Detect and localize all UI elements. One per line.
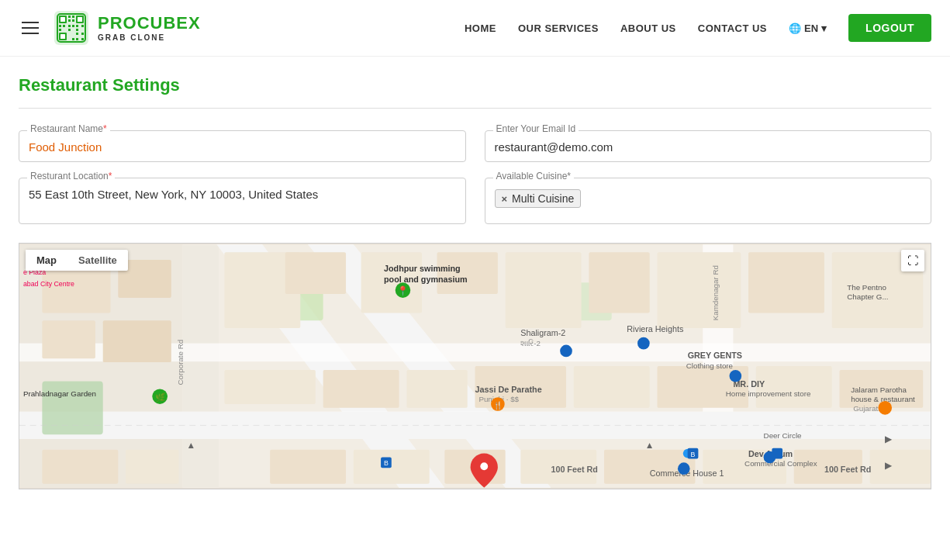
main-content: Restaurant Settings Restaurant Name* Ent… xyxy=(0,57,950,489)
svg-rect-20 xyxy=(76,29,78,31)
svg-text:GREY GENTS: GREY GENTS xyxy=(688,351,742,360)
map-tab-satellite[interactable]: Satellite xyxy=(67,250,128,271)
map-fullscreen-button[interactable]: ⛶ xyxy=(901,250,924,271)
svg-rect-22 xyxy=(81,33,84,35)
svg-rect-51 xyxy=(589,252,649,313)
map-controls: Map Satellite xyxy=(26,250,128,271)
svg-point-105 xyxy=(730,370,742,382)
svg-point-104 xyxy=(637,337,650,350)
nav-home[interactable]: HOME xyxy=(465,22,496,34)
svg-rect-9 xyxy=(72,16,74,18)
restaurant-name-input[interactable] xyxy=(29,137,456,155)
svg-rect-45 xyxy=(103,320,171,362)
svg-point-106 xyxy=(678,462,690,475)
page-title: Restaurant Settings xyxy=(19,75,931,95)
svg-rect-5 xyxy=(78,17,82,22)
svg-text:Jalaram Parotha: Jalaram Parotha xyxy=(851,385,907,394)
logo-icon xyxy=(51,8,92,48)
lang-label: EN xyxy=(804,22,818,34)
svg-rect-53 xyxy=(748,252,824,313)
chevron-down-icon: ▾ xyxy=(821,22,827,34)
svg-text:▶: ▶ xyxy=(885,434,893,444)
main-nav: HOME OUR SERVICES ABOUT US CONTACT US 🌐 … xyxy=(465,14,931,42)
restaurant-settings-form: Restaurant Name* Enter Your Email Id Res… xyxy=(19,130,931,224)
location-label: Resturant Location* xyxy=(27,171,115,181)
logo-text: PROCUBEX GRAB CLONE xyxy=(98,14,201,41)
nav-our-services[interactable]: OUR SERVICES xyxy=(518,22,599,34)
svg-rect-65 xyxy=(270,450,346,484)
svg-rect-14 xyxy=(59,29,61,31)
svg-rect-25 xyxy=(81,38,84,40)
location-field: Resturant Location* xyxy=(19,178,466,224)
svg-rect-50 xyxy=(506,252,582,328)
svg-text:B: B xyxy=(384,459,389,467)
svg-text:Gujarati: Gujarati xyxy=(853,404,879,413)
svg-text:Shaligram-2: Shaligram-2 xyxy=(520,328,565,337)
svg-rect-17 xyxy=(76,25,78,27)
logout-button[interactable]: LOGOUT xyxy=(848,14,931,42)
svg-rect-66 xyxy=(354,450,430,484)
svg-point-115 xyxy=(480,462,488,470)
globe-icon: 🌐 xyxy=(789,22,801,34)
svg-rect-8 xyxy=(68,16,71,18)
svg-text:શારિ-2: શારિ-2 xyxy=(520,339,541,347)
svg-text:abad City Centre: abad City Centre xyxy=(23,280,74,288)
svg-rect-44 xyxy=(42,320,95,358)
cuisine-field: Available Cuisine* × Multi Cuisine xyxy=(485,178,932,224)
header: PROCUBEX GRAB CLONE HOME OUR SERVICES AB… xyxy=(0,0,950,57)
logo-title: PROCUBEX xyxy=(98,14,201,33)
svg-rect-52 xyxy=(658,252,741,328)
svg-rect-47 xyxy=(285,252,346,294)
svg-text:Home improvement store: Home improvement store xyxy=(726,389,811,398)
location-input[interactable] xyxy=(29,185,456,202)
nav-about-us[interactable]: ABOUT US xyxy=(620,22,676,34)
svg-rect-3 xyxy=(60,17,65,22)
svg-text:B: B xyxy=(691,451,696,458)
svg-text:Riviera Heights: Riviera Heights xyxy=(627,324,683,334)
svg-rect-16 xyxy=(72,25,74,27)
svg-rect-61 xyxy=(756,366,832,408)
logo-subtitle: GRAB CLONE xyxy=(98,33,201,42)
email-field: Enter Your Email Id xyxy=(485,130,932,162)
cuisine-tag-remove[interactable]: × xyxy=(502,193,508,205)
svg-text:📍: 📍 xyxy=(397,285,409,296)
svg-rect-12 xyxy=(59,25,61,27)
map-svg: Corporate Rd Kamdenagar Rd Deer Circle 1… xyxy=(19,244,931,489)
svg-text:▲: ▲ xyxy=(645,440,655,450)
restaurant-name-label: Restaurant Name* xyxy=(27,123,110,134)
svg-text:🍴: 🍴 xyxy=(493,400,503,410)
svg-rect-72 xyxy=(870,450,931,484)
svg-text:Chapter G...: Chapter G... xyxy=(847,292,888,301)
svg-text:pool and gymnasium: pool and gymnasium xyxy=(384,275,468,284)
svg-rect-55 xyxy=(224,370,316,404)
header-left: PROCUBEX GRAB CLONE xyxy=(19,8,201,48)
svg-rect-23 xyxy=(72,38,74,40)
nav-contact-us[interactable]: CONTACT US xyxy=(698,22,767,34)
map-container[interactable]: Map Satellite ⛶ xyxy=(19,243,931,489)
svg-text:Commercial Complex: Commercial Complex xyxy=(744,459,817,468)
cuisine-tag: × Multi Cuisine xyxy=(495,189,582,208)
svg-text:Jassi De Parathe: Jassi De Parathe xyxy=(475,385,542,394)
svg-text:Jodhpur swimming: Jodhpur swimming xyxy=(384,264,461,273)
language-selector[interactable]: 🌐 EN ▾ xyxy=(789,22,827,34)
svg-rect-59 xyxy=(574,366,650,408)
svg-rect-18 xyxy=(81,25,84,27)
svg-rect-7 xyxy=(60,34,65,39)
svg-rect-10 xyxy=(68,19,71,22)
svg-text:100 Feet Rd: 100 Feet Rd xyxy=(551,465,597,474)
svg-rect-19 xyxy=(68,29,71,31)
svg-rect-63 xyxy=(42,450,118,484)
svg-text:Clothing store: Clothing store xyxy=(686,361,733,370)
svg-text:▲: ▲ xyxy=(186,440,195,450)
svg-text:The Pentno: The Pentno xyxy=(847,283,886,292)
svg-rect-49 xyxy=(437,252,498,294)
hamburger-menu[interactable] xyxy=(19,19,42,37)
map-tab-map[interactable]: Map xyxy=(26,250,67,271)
email-input[interactable] xyxy=(495,137,922,155)
svg-text:Deer Circle: Deer Circle xyxy=(764,431,802,440)
email-label: Enter Your Email Id xyxy=(493,123,579,134)
svg-rect-57 xyxy=(406,370,467,408)
divider xyxy=(19,108,931,109)
svg-rect-24 xyxy=(76,38,78,40)
svg-text:Kamdenagar Rd: Kamdenagar Rd xyxy=(711,265,720,320)
